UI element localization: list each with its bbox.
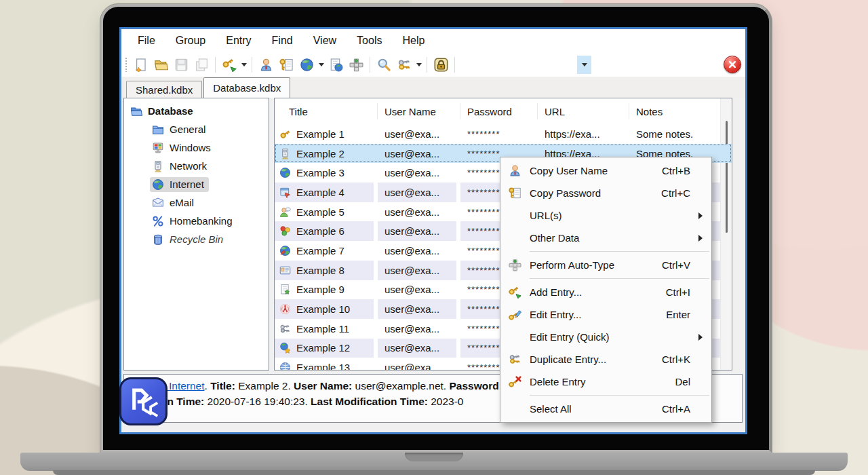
group-link[interactable]: Internet — [166, 380, 205, 392]
percent-icon — [152, 215, 164, 227]
toolbar-separator — [370, 57, 370, 73]
column-header-notes[interactable]: Notes — [629, 103, 732, 119]
menu-separator — [530, 395, 709, 396]
open-database-button[interactable] — [151, 54, 171, 75]
recycle-bin-icon — [152, 233, 164, 246]
column-header-password[interactable]: Password — [460, 103, 538, 119]
shortcut: Ctrl+A — [662, 403, 711, 415]
show-entries-button[interactable] — [394, 54, 414, 75]
menu-group[interactable]: Group — [176, 35, 205, 47]
globe-icon — [300, 58, 314, 72]
list-header: Title User Name Password URL Notes — [275, 98, 732, 124]
menu-help[interactable]: Help — [402, 35, 425, 47]
windows-icon — [152, 142, 164, 154]
menu-item-add-entry[interactable]: Add Entry... Ctrl+I — [500, 281, 711, 303]
toolbar-grip[interactable] — [125, 57, 127, 72]
user-icon — [259, 58, 273, 72]
user-icon — [509, 164, 521, 177]
toolbar — [121, 52, 745, 77]
caret-down-icon — [582, 63, 587, 66]
auto-type-icon — [349, 58, 363, 72]
column-header-url[interactable]: URL — [538, 103, 629, 119]
menu-item-perform-auto-type[interactable]: Perform Auto-Type Ctrl+V — [500, 254, 711, 276]
tree-item-email[interactable]: eMail — [124, 193, 269, 212]
save-database-icon — [174, 58, 189, 72]
tab-label: Shared.kdbx — [136, 84, 193, 96]
menu-item-urls[interactable]: URL(s) — [500, 204, 711, 227]
shortcut: Ctrl+B — [662, 165, 711, 176]
tree-label: Homebanking — [170, 215, 233, 227]
save-database-button[interactable] — [171, 54, 191, 75]
column-header-user-name[interactable]: User Name — [378, 103, 460, 119]
tree-item-internet[interactable]: Internet — [124, 175, 269, 193]
menu-tools[interactable]: Tools — [357, 35, 382, 47]
keepass-window: File Group Entry Find View Tools Help — [119, 27, 747, 434]
quick-find-input[interactable] — [458, 55, 591, 74]
tree-item-recycle-bin[interactable]: Recycle Bin — [124, 230, 269, 248]
menu-item-duplicate-entry[interactable]: Duplicate Entry... Ctrl+K — [500, 348, 711, 370]
entry-title: Example 11 — [296, 323, 349, 335]
tree-label: Internet — [170, 178, 204, 190]
open-url-caret[interactable] — [317, 54, 326, 75]
perform-auto-type-button[interactable] — [346, 54, 366, 75]
keys-gray-icon — [279, 323, 291, 335]
find-button[interactable] — [374, 54, 394, 75]
quick-find-caret[interactable] — [577, 56, 591, 74]
tree-item-network[interactable]: Network — [124, 157, 269, 175]
menu-item-select-all[interactable]: Select All Ctrl+A — [500, 398, 711, 420]
keys-icon — [397, 58, 412, 72]
computer-icon — [279, 148, 291, 159]
add-entry-caret[interactable] — [239, 54, 248, 75]
entry-user: user@exa... — [378, 299, 460, 319]
menu-entry[interactable]: Entry — [226, 35, 251, 47]
tree-item-general[interactable]: General — [124, 120, 269, 138]
entry-user: user@exa... — [378, 144, 460, 164]
tab-strip: Shared.kdbx Database.kdbx — [121, 77, 745, 98]
menu-item-edit-entry[interactable]: Edit Entry... Enter — [500, 303, 711, 326]
tree-item-homebanking[interactable]: Homebanking — [124, 212, 269, 230]
entry-user: user@exa... — [378, 183, 460, 202]
tab-database-kdbx[interactable]: Database.kdbx — [203, 77, 290, 98]
column-header-title[interactable]: Title — [275, 103, 378, 119]
laptop-notch — [405, 453, 463, 461]
entry-title: Example 2 — [296, 148, 344, 159]
tree-label: Database — [148, 105, 193, 117]
globe-blue-icon — [279, 362, 291, 370]
toolbar-separator — [454, 57, 455, 73]
entry-notes: Some notes. — [629, 124, 732, 144]
key-icon — [279, 128, 291, 140]
add-entry-icon — [222, 58, 237, 72]
entry-title: Example 8 — [296, 265, 344, 276]
sync-database-button[interactable] — [191, 54, 212, 75]
tab-shared-kdbx[interactable]: Shared.kdbx — [126, 81, 202, 98]
show-entries-caret[interactable] — [414, 54, 423, 75]
menu-item-other-data[interactable]: Other Data — [500, 227, 711, 249]
key-page-icon — [509, 187, 521, 200]
copy-user-name-button[interactable] — [256, 54, 276, 75]
tree-item-windows[interactable]: Windows — [124, 138, 269, 157]
star-globe-icon — [279, 342, 291, 354]
menu-view[interactable]: View — [313, 35, 336, 47]
close-button[interactable] — [724, 56, 741, 73]
toolbar-separator — [252, 57, 252, 73]
computer-icon — [152, 160, 164, 172]
copy-url-button[interactable] — [326, 54, 346, 75]
entry-row[interactable]: Example 1 user@exa... ******** https://e… — [275, 124, 732, 144]
entry-title: Example 10 — [296, 303, 350, 315]
tree-item-database[interactable]: Database — [124, 102, 269, 120]
menu-find[interactable]: Find — [272, 35, 293, 47]
copy-password-button[interactable] — [276, 54, 296, 75]
lock-workspace-button[interactable] — [431, 54, 451, 75]
add-entry-button[interactable] — [219, 54, 239, 75]
menu-item-copy-password[interactable]: Copy Password Ctrl+C — [500, 182, 711, 204]
menu-item-copy-user-name[interactable]: Copy User Name Ctrl+B — [500, 159, 711, 182]
new-database-button[interactable] — [130, 54, 151, 75]
menu-item-delete-entry[interactable]: Delete Entry Del — [500, 370, 711, 393]
open-database-icon — [154, 58, 168, 72]
menu-file[interactable]: File — [138, 35, 155, 47]
id-card-icon — [279, 265, 291, 276]
entry-user: user@exa... — [378, 358, 460, 370]
menu-item-edit-entry-quick[interactable]: Edit Entry (Quick) — [500, 326, 711, 348]
scrollbar-thumb[interactable] — [726, 121, 728, 233]
open-url-button[interactable] — [296, 54, 317, 75]
